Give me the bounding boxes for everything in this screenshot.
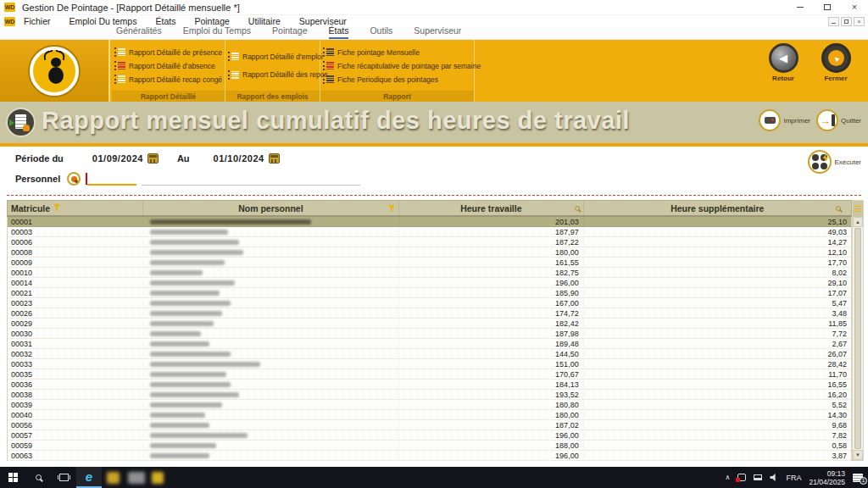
table-row[interactable]: 00010182,758,02	[8, 268, 851, 278]
close-button[interactable]: ×	[841, 0, 868, 15]
alert-badge-icon[interactable]	[737, 474, 746, 481]
ribbon-item-rapport-detaille-de-presence[interactable]: Rapport Détaillé de présence	[114, 47, 222, 57]
taskbar-app-blurred-2[interactable]	[128, 472, 145, 484]
cell-heure-supplementaire: 26,07	[583, 350, 851, 358]
table-row[interactable]: 00014196,0029,10	[8, 278, 851, 288]
mdi-minimize-icon	[832, 23, 836, 24]
ribbon-item-fiche-periodique-des-pointages[interactable]: Fiche Periodique des pointages	[323, 75, 471, 84]
ribbon-item-rapport-detaille-d-absence[interactable]: Rapport Détaillé d'absence	[114, 61, 222, 70]
redacted-name	[150, 402, 222, 408]
table-row[interactable]: 00032144,5026,07	[8, 349, 851, 359]
tray-expand-icon[interactable]: ∧	[726, 474, 731, 481]
scroll-down-button[interactable]: ▼	[853, 450, 863, 460]
cell-matricule: 00026	[8, 309, 142, 318]
language-indicator[interactable]: FRA	[786, 474, 801, 482]
table-row[interactable]: 00035170,6711,70	[8, 369, 851, 380]
table-row[interactable]: 00059188,000,58	[8, 441, 851, 451]
table-row[interactable]: 00001201,0325,10	[8, 217, 851, 227]
table-row[interactable]: 00038193,5216,20	[8, 390, 851, 400]
calendar-icon-to[interactable]	[269, 153, 280, 164]
table-row[interactable]: 00021185,9017,07	[8, 288, 851, 298]
column-header-nom[interactable]: Nom personnel	[142, 201, 398, 215]
personnel-lookup-icon[interactable]	[67, 172, 81, 186]
ribbon-item-rapport-detaille-d-emploi[interactable]: Rapport Détaillé d'emploi	[228, 52, 317, 61]
fermer-label: Fermer	[824, 75, 847, 82]
table-row[interactable]: 00063196,003,87	[8, 451, 851, 461]
ribbon-item-rapport-detaille-recap-conge[interactable]: Rapport Détaillé recap congé	[114, 75, 222, 84]
cell-heure-supplementaire: 49,03	[583, 228, 851, 236]
column-options-button[interactable]	[853, 201, 863, 217]
taskbar-search-button[interactable]	[25, 467, 51, 488]
mdi-restore-button[interactable]	[841, 17, 852, 26]
network-icon[interactable]	[754, 474, 762, 480]
calendar-icon-from[interactable]	[147, 153, 159, 164]
redacted-name	[150, 443, 216, 448]
personnel-code-input[interactable]	[87, 172, 136, 186]
minimize-button[interactable]	[787, 0, 814, 15]
table-row[interactable]: 00023167,005,47	[8, 298, 851, 308]
redacted-name	[150, 291, 220, 296]
table-row[interactable]: 00026174,723,48	[8, 308, 851, 319]
quitter-button[interactable]: → Quitter	[816, 109, 861, 131]
tab-pointage[interactable]: Pointage	[272, 25, 307, 39]
table-row[interactable]: 00057196,007,82	[8, 430, 851, 441]
search-icon[interactable]	[575, 206, 580, 211]
task-view-button[interactable]	[51, 467, 76, 488]
filter-funnel-icon[interactable]	[388, 205, 396, 213]
taskbar-app-blurred-3[interactable]	[152, 472, 164, 484]
tab-etats[interactable]: États	[329, 25, 349, 39]
speaker-icon[interactable]	[770, 474, 778, 481]
scroll-up-button[interactable]: ▲	[853, 217, 863, 227]
personnel-name-field[interactable]	[142, 172, 360, 186]
table-row[interactable]: 00039180,805,52	[8, 400, 851, 410]
cell-heure-travaille: 174,72	[398, 309, 583, 318]
executer-button[interactable]: Exécuter	[808, 150, 861, 174]
cell-matricule: 00006	[8, 238, 142, 247]
column-header-heure-supplementaire[interactable]: Heure supplémentaire	[583, 201, 851, 215]
column-header-heure-travaille[interactable]: Heure travaille	[398, 201, 583, 215]
ribbon-item-fiche-pointage-mensuelle[interactable]: Fiche pointage Mensuelle	[323, 47, 471, 57]
menu-item-fichier[interactable]: Fichier	[24, 16, 51, 26]
date-to-field[interactable]: 01/10/2024	[214, 153, 264, 164]
imprimer-button[interactable]: Imprimer	[759, 109, 810, 131]
table-row[interactable]: 00006187,2214,27	[8, 237, 851, 247]
restore-button[interactable]	[814, 0, 841, 15]
table-row[interactable]: 00030187,987,72	[8, 329, 851, 339]
cell-heure-supplementaire: 17,07	[583, 289, 851, 297]
search-icon[interactable]	[836, 206, 841, 211]
table-row[interactable]: 00009161,5517,70	[8, 258, 851, 268]
ribbon-item-fiche-recapitulative-de-pointage-par-semaine[interactable]: Fiche récapitulative de pointage par sem…	[323, 61, 471, 70]
tab-outils[interactable]: Outils	[370, 25, 392, 39]
scrollbar-thumb[interactable]	[854, 228, 861, 449]
mdi-close-button[interactable]: ×	[854, 17, 865, 26]
table-row[interactable]: 00033151,0028,42	[8, 359, 851, 369]
cell-heure-supplementaire: 14,27	[583, 238, 851, 247]
table-row[interactable]: 00031189,482,67	[8, 339, 851, 349]
filter-funnel-icon[interactable]	[53, 204, 61, 212]
internet-explorer-button[interactable]: e	[76, 467, 102, 488]
taskbar-clock[interactable]: 09:13 21/04/2025	[809, 469, 845, 486]
tab-superviseur[interactable]: Superviseur	[414, 25, 461, 39]
ribbon-group-items: Rapport Détaillé de présenceRapport Déta…	[114, 43, 222, 88]
fermer-button[interactable]: ▲ Fermer	[815, 43, 856, 82]
cell-heure-travaille: 188,00	[398, 441, 583, 450]
start-button[interactable]	[0, 467, 25, 488]
table-row[interactable]: 00036184,1316,55	[8, 380, 851, 390]
column-header-matricule[interactable]: Matricule	[8, 201, 142, 215]
notification-center-icon[interactable]: 1	[853, 474, 863, 482]
taskbar-app-blurred-1[interactable]	[107, 472, 120, 484]
redacted-name	[150, 413, 205, 418]
table-row[interactable]: 00003187,9749,03	[8, 227, 851, 237]
table-row[interactable]: 00008180,0012,10	[8, 247, 851, 258]
tab-emploi-du-temps[interactable]: Emploi du Temps	[183, 25, 251, 39]
mdi-minimize-button[interactable]	[828, 17, 839, 26]
date-from-field[interactable]: 01/09/2024	[92, 153, 143, 164]
table-row[interactable]: 00040180,0014,30	[8, 410, 851, 420]
table-row[interactable]: 00029182,4211,85	[8, 319, 851, 329]
retour-button[interactable]: ◀ Retour	[763, 43, 804, 82]
cell-heure-supplementaire: 0,58	[583, 441, 851, 450]
vertical-scrollbar[interactable]: ▲ ▼	[852, 200, 864, 461]
tab-generalites[interactable]: Généralités	[116, 25, 162, 39]
ribbon-item-rapport-detaille-des-repos[interactable]: Rapport Détaillé des repos	[228, 70, 317, 80]
table-row[interactable]: 00056187,029,68	[8, 420, 851, 430]
